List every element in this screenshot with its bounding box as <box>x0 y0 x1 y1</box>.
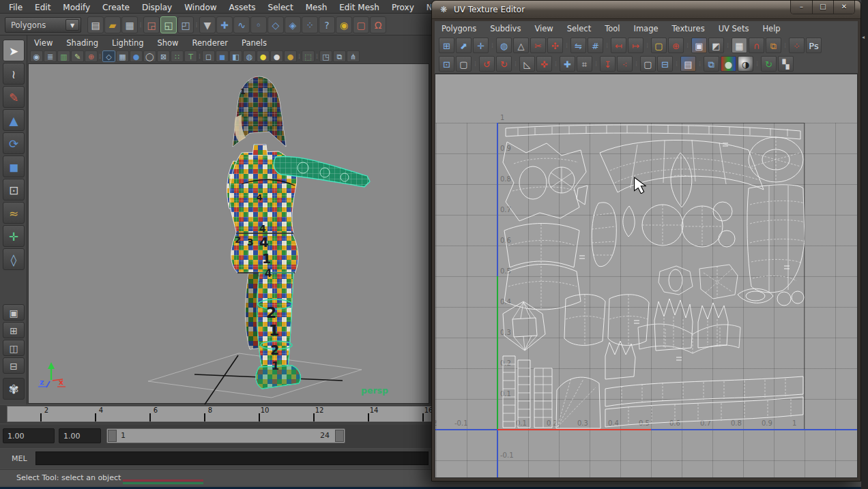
make-live-icon[interactable]: ◈ <box>285 16 301 33</box>
viewport-3d[interactable]: 4 1 4 2 1 2 1 2 3 4 1 4 <box>28 63 429 404</box>
menu-item[interactable]: Create <box>96 1 136 12</box>
add-to-shell-icon[interactable]: ⊕ <box>668 38 684 53</box>
uv-window-titlebar[interactable]: ❋ UV Texture Editor –□✕ <box>432 1 860 19</box>
select-tool-icon[interactable]: ➤ <box>3 40 25 61</box>
pane-outliner-layout-icon[interactable]: ◫ <box>3 340 25 356</box>
pixel-snap-icon[interactable]: ∩ <box>749 38 764 53</box>
scale-tool-icon[interactable]: ◼ <box>3 155 25 177</box>
align-left-icon[interactable]: ↤ <box>611 38 626 53</box>
relax-icon[interactable]: △ <box>513 38 529 53</box>
maximize-button[interactable]: □ <box>812 1 833 14</box>
highlight-selection-icon[interactable]: ▢ <box>353 16 369 33</box>
uv-lattice-b-icon[interactable]: ⊡ <box>439 56 454 72</box>
menu-item[interactable]: Mesh <box>300 1 334 12</box>
save-scene-icon[interactable]: ▦ <box>121 16 138 33</box>
command-line-input[interactable] <box>35 451 429 465</box>
rotate-ccw-icon[interactable]: ↺ <box>479 56 495 72</box>
zoom-region-icon[interactable]: ⊕ <box>85 50 98 62</box>
hypergraph-layout-icon[interactable]: ✾ <box>3 378 25 400</box>
snap-grid-icon[interactable]: ✚ <box>216 16 233 33</box>
select-hierarchy-icon[interactable]: ◲ <box>143 16 160 33</box>
light-grey-icon[interactable]: ● <box>270 50 283 62</box>
wireframe-mode-icon[interactable]: ◇ <box>102 50 115 62</box>
last-tool-icon[interactable]: ◊ <box>3 248 25 270</box>
uv-menu-item[interactable]: Image <box>627 21 665 33</box>
display-image-icon[interactable]: ▣ <box>691 38 707 53</box>
show-manipulator-icon[interactable]: ✛ <box>3 225 25 247</box>
align-right-icon[interactable]: ↦ <box>628 38 643 53</box>
unfold-icon[interactable]: ◍ <box>496 38 512 53</box>
distortion-icon[interactable]: ⁘ <box>789 38 805 53</box>
light-gold-icon[interactable]: ● <box>284 50 297 62</box>
panel-menu-item[interactable]: View <box>27 36 59 48</box>
help-icon[interactable]: ? <box>319 16 335 33</box>
menu-item[interactable]: Select <box>262 1 300 12</box>
snap-point-b-icon[interactable]: ✜ <box>536 56 552 72</box>
range-slider[interactable]: 1 24 <box>106 428 345 443</box>
light-yellow-icon[interactable]: ● <box>257 50 270 62</box>
all-lights-icon[interactable]: ◼ <box>216 50 229 62</box>
menu-item[interactable]: Proxy <box>386 1 420 12</box>
minimize-button[interactable]: – <box>791 1 812 14</box>
uv-menu-item[interactable]: Textures <box>665 21 712 33</box>
camera-icon[interactable]: ◉ <box>30 50 43 62</box>
select-component-icon[interactable]: ◰ <box>177 16 194 33</box>
uv-smudge-tool-icon[interactable]: ✛ <box>473 38 489 53</box>
flat-shade-icon[interactable]: ◯ <box>143 50 156 62</box>
panel-menu-item[interactable]: Shading <box>59 36 105 48</box>
select-shell-icon[interactable]: ▢ <box>651 38 667 53</box>
checker-icon[interactable]: ▚ <box>778 56 794 72</box>
snap-menu-icon[interactable]: ▼ <box>199 16 216 33</box>
cycle-uvs-icon[interactable]: ⌗ <box>577 56 592 72</box>
new-scene-icon[interactable]: ▤ <box>87 16 104 33</box>
playback-start-field[interactable]: 1.00 <box>3 428 55 443</box>
xray-mode-icon[interactable]: ⊠ <box>157 50 170 62</box>
select-object-icon[interactable]: ◱ <box>160 16 177 33</box>
grease-pencil-icon[interactable]: ✎ <box>71 50 84 62</box>
shaded-mode-icon[interactable]: ● <box>130 50 143 62</box>
cut-uv-edges-icon[interactable]: ✂ <box>530 38 546 53</box>
four-pane-layout-icon[interactable]: ⊞ <box>3 322 25 338</box>
particles-icon[interactable]: ⁘ <box>302 16 318 33</box>
animation-start-field[interactable]: 1.00 <box>59 428 101 443</box>
bookmark-icon[interactable]: ▥ <box>57 50 70 62</box>
open-scene-icon[interactable]: ▰ <box>104 16 121 33</box>
tweak-uv-icon[interactable]: ▢ <box>456 56 472 72</box>
snap-plane-icon[interactable]: ◇ <box>267 16 284 33</box>
multi-pane-icon[interactable]: ⧉ <box>333 50 346 62</box>
grid-toggle-icon[interactable]: ▦ <box>732 38 747 53</box>
isolate-select-icon[interactable]: ⬚ <box>302 50 315 62</box>
pin-uv-icon[interactable]: ⁖ <box>617 56 633 72</box>
universal-manipulator-icon[interactable]: ⊡ <box>3 179 25 201</box>
soft-modification-icon[interactable]: ≈ <box>3 202 25 224</box>
uv-canvas[interactable]: -0.2-0.10.10.20.30.40.50.60.70.80.91 10.… <box>435 74 858 478</box>
vertex-color-icon[interactable]: ∷ <box>171 50 184 62</box>
rotate-cw-icon[interactable]: ↻ <box>496 56 512 72</box>
uv-menu-item[interactable]: Polygons <box>435 21 483 33</box>
grid-uvs-icon[interactable]: # <box>588 38 603 53</box>
character-model[interactable]: 4 1 4 2 1 2 1 2 3 4 1 4 <box>227 76 370 389</box>
align-down-icon[interactable]: ↧ <box>600 56 616 72</box>
uv-lattice-tool-icon[interactable]: ⊞ <box>439 38 454 53</box>
snap-curve-icon[interactable]: ∿ <box>233 16 250 33</box>
rgb-channels-icon[interactable]: ● <box>721 56 736 72</box>
shadow-icon[interactable]: ◧ <box>229 50 242 62</box>
textured-icon[interactable]: ◍ <box>243 50 256 62</box>
uv-menu-item[interactable]: UV Sets <box>712 21 756 33</box>
default-light-icon[interactable]: ◻ <box>202 50 215 62</box>
copy-uv-icon[interactable]: ⧉ <box>704 56 719 72</box>
menu-item[interactable]: Display <box>136 1 178 12</box>
paint-select-tool-icon[interactable]: ✎ <box>3 86 25 108</box>
camera-attributes-icon[interactable]: ≣ <box>44 50 57 62</box>
panel-menu-item[interactable]: Show <box>151 36 186 48</box>
menu-item[interactable]: Assets <box>223 1 262 12</box>
alpha-channel-icon[interactable]: ◑ <box>738 56 753 72</box>
refresh-icon[interactable]: ↻ <box>761 56 777 72</box>
move-uv-shell-tool-icon[interactable]: ⬈ <box>456 38 472 53</box>
pane-split-layout-icon[interactable]: ⊟ <box>3 357 25 374</box>
menu-set-dropdown[interactable]: Polygons ▼ <box>5 17 81 33</box>
menu-item[interactable]: Edit Mesh <box>333 1 386 12</box>
panel-menu-item[interactable]: Renderer <box>186 36 235 48</box>
menu-item[interactable]: Edit <box>29 1 57 12</box>
isolate-icon[interactable]: ▢ <box>640 56 656 72</box>
